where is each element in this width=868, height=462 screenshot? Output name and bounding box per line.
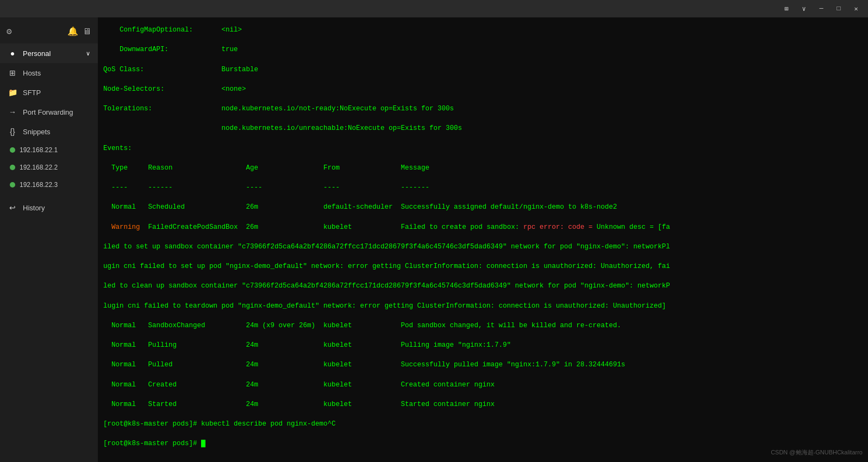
sidebar-item-sftp[interactable]: 📁 SFTP xyxy=(0,83,98,102)
terminal-line: Events: xyxy=(103,143,863,153)
sidebar-item-port-forwarding[interactable]: → Port Forwarding xyxy=(0,102,98,122)
port-forwarding-label: Port Forwarding xyxy=(23,108,73,116)
personal-icon: ● xyxy=(8,49,17,58)
terminal-line: lugin cni failed to teardown pod "nginx-… xyxy=(103,301,863,311)
snippets-icon: {} xyxy=(8,127,17,136)
sidebar-item-personal[interactable]: ● Personal ∨ xyxy=(0,43,98,63)
hosts-icon: ⊞ xyxy=(8,68,17,77)
bell-icon[interactable]: 🔔 xyxy=(67,26,78,37)
watermark: CSDN @鲍海超-GNUBHCkalitarro xyxy=(771,448,863,457)
window-controls: ⊞ ∨ ─ □ ✕ xyxy=(779,1,864,16)
host-3-label: 192.168.22.3 xyxy=(20,181,58,189)
terminal[interactable]: JVM_OPTS: -Xms128m -Xmx128m Mounts: /var… xyxy=(98,17,868,462)
sidebar-host-2[interactable]: 192.168.22.2 xyxy=(0,159,98,176)
maximize-button[interactable]: □ xyxy=(831,1,846,16)
terminal-line: ConfigMapOptional: <nil> xyxy=(103,25,863,35)
host-dot-2 xyxy=(10,165,15,170)
history-icon: ↩ xyxy=(8,203,17,212)
terminal-line: [root@k8s-master pods]# xyxy=(103,439,863,448)
sidebar-item-snippets[interactable]: {} Snippets xyxy=(0,122,98,141)
terminal-line: ---- ------ ---- ---- ------- xyxy=(103,183,863,192)
sftp-label: SFTP xyxy=(23,89,41,97)
terminal-line: Normal Pulling 24m kubelet Pulling image… xyxy=(103,340,863,350)
terminal-line: Warning FailedCreatePodSandBox 26m kubel… xyxy=(103,222,863,232)
titlebar: ⊞ ∨ ─ □ ✕ xyxy=(0,0,868,17)
close-button[interactable]: ✕ xyxy=(848,1,864,16)
history-label: History xyxy=(23,204,45,212)
chevron-button[interactable]: ∨ xyxy=(796,1,811,16)
host-1-label: 192.168.22.1 xyxy=(20,146,58,154)
sidebar-host-1[interactable]: 192.168.22.1 xyxy=(0,141,98,159)
terminal-line: Normal SandboxChanged 24m (x9 over 26m) … xyxy=(103,321,863,330)
terminal-line: [root@k8s-master pods]# kubectl describe… xyxy=(103,419,863,429)
main-layout: ⚙ 🔔 🖥 ● Personal ∨ ⊞ Hosts 📁 SFTP → Port… xyxy=(0,17,868,462)
minimize-button[interactable]: ─ xyxy=(814,1,829,16)
host-dot-3 xyxy=(10,182,15,188)
terminal-line: DownwardAPI: true xyxy=(103,45,863,54)
sidebar: ⚙ 🔔 🖥 ● Personal ∨ ⊞ Hosts 📁 SFTP → Port… xyxy=(0,17,98,462)
terminal-line: Node-Selectors: <none> xyxy=(103,84,863,94)
terminal-line: Normal Scheduled 26m default-scheduler S… xyxy=(103,202,863,212)
personal-label: Personal xyxy=(23,49,51,58)
terminal-line: Normal Started 24m kubelet Started conta… xyxy=(103,399,863,409)
sftp-icon: 📁 xyxy=(8,88,17,97)
personal-chevron: ∨ xyxy=(86,50,90,57)
host-2-label: 192.168.22.2 xyxy=(20,164,58,171)
snippets-label: Snippets xyxy=(23,128,51,136)
sidebar-host-3[interactable]: 192.168.22.3 xyxy=(0,176,98,193)
terminal-line: ugin cni failed to set up pod "nginx-dem… xyxy=(103,261,863,271)
settings-icon[interactable]: ⚙ xyxy=(7,26,12,37)
terminal-line: QoS Class: Burstable xyxy=(103,65,863,74)
terminal-line: Type Reason Age From Message xyxy=(103,163,863,173)
monitor-icon[interactable]: 🖥 xyxy=(83,27,91,37)
terminal-line: Tolerations: node.kubernetes.io/not-read… xyxy=(103,104,863,114)
terminal-line: node.kubernetes.io/unreachable:NoExecute… xyxy=(103,123,863,133)
sidebar-top-icons: 🔔 🖥 xyxy=(67,26,91,37)
terminal-line: Normal Created 24m kubelet Created conta… xyxy=(103,380,863,390)
terminal-line: iled to set up sandbox container "c73966… xyxy=(103,242,863,252)
hosts-label: Hosts xyxy=(23,69,41,77)
terminal-line: led to clean up sandbox container "c7396… xyxy=(103,281,863,291)
port-forwarding-icon: → xyxy=(8,108,17,116)
host-dot-1 xyxy=(10,147,15,153)
terminal-line: Normal Pulled 24m kubelet Successfully p… xyxy=(103,360,863,370)
sidebar-top: ⚙ 🔔 🖥 xyxy=(0,22,98,41)
sidebar-item-history[interactable]: ↩ History xyxy=(0,198,98,217)
sidebar-item-hosts[interactable]: ⊞ Hosts xyxy=(0,63,98,83)
grid-button[interactable]: ⊞ xyxy=(779,1,794,16)
